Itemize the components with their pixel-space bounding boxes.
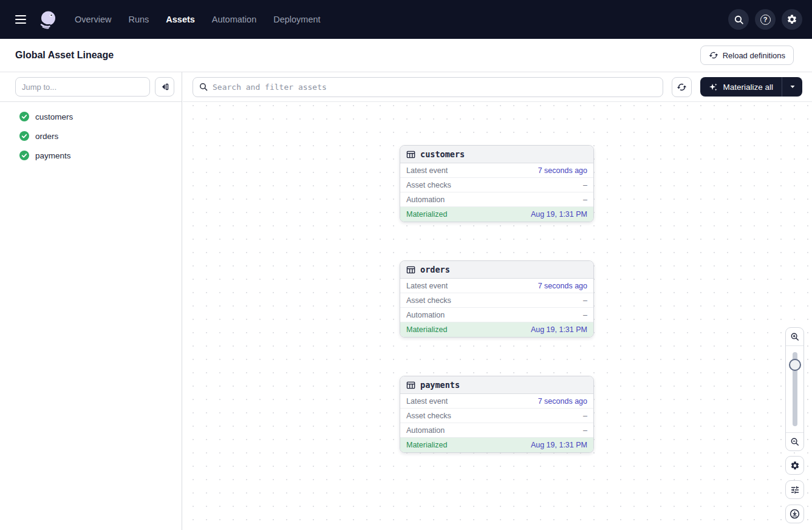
gear-icon[interactable] [782,9,802,30]
node-row-asset-checks: Asset checks – [400,409,593,423]
sidebar-item-payments[interactable]: payments [0,146,182,165]
zoom-in-icon[interactable] [786,328,803,346]
reload-definitions-button[interactable]: Reload definitions [700,46,794,65]
node-row-asset-checks: Asset checks – [400,293,593,308]
global-asset-lineage-page: Overview Runs Assets Automation Deployme… [0,0,812,530]
node-header: payments [400,376,593,394]
lineage-main-panel: Materialize all customers Latest event [183,72,812,530]
node-title: payments [420,380,460,390]
asset-name: orders [35,132,58,141]
green-check-icon [19,131,29,141]
download-view-icon[interactable] [785,505,804,523]
materialize-all-group: Materialize all [700,77,802,97]
hamburger-menu-icon[interactable] [10,9,31,30]
asset-node-customers[interactable]: customers Latest event 7 seconds ago Ass… [400,145,594,222]
table-grid-icon [406,265,415,274]
reload-icon [709,50,718,60]
lineage-toolbar: Materialize all [183,72,812,102]
node-row-automation: Automation – [400,308,593,322]
zoom-controls [785,327,804,451]
latest-event-link[interactable]: 7 seconds ago [538,282,587,290]
asset-name: customers [35,112,73,121]
table-grid-icon [406,150,415,159]
materialized-timestamp-link[interactable]: Aug 19, 1:31 PM [531,325,587,334]
zoom-slider[interactable] [786,346,803,432]
node-status-materialized: Materialized Aug 19, 1:31 PM [400,322,593,337]
navbar-actions: ? [728,9,802,30]
help-icon[interactable]: ? [755,9,776,30]
latest-event-link[interactable]: 7 seconds ago [538,166,587,175]
nav-item-assets[interactable]: Assets [166,15,195,24]
node-header: orders [400,261,593,279]
node-row-latest-event: Latest event 7 seconds ago [400,279,593,293]
search-assets-input[interactable] [193,77,663,97]
reload-definitions-label: Reload definitions [723,51,785,60]
asset-list: customers orders payments [0,102,182,165]
sidebar-item-customers[interactable]: customers [0,107,182,126]
node-row-latest-event: Latest event 7 seconds ago [400,394,593,409]
latest-event-link[interactable]: 7 seconds ago [538,397,587,406]
nav-item-runs[interactable]: Runs [128,15,149,24]
green-check-icon [19,151,29,160]
node-row-asset-checks: Asset checks – [400,178,593,192]
filter-sliders-icon[interactable] [785,480,804,499]
node-status-materialized: Materialized Aug 19, 1:31 PM [400,438,593,452]
asset-node-orders[interactable]: orders Latest event 7 seconds ago Asset … [400,260,594,338]
node-row-automation: Automation – [400,423,593,438]
page-title: Global Asset Lineage [15,50,114,61]
materialized-timestamp-link[interactable]: Aug 19, 1:31 PM [531,210,587,219]
materialize-dropdown-caret-icon[interactable] [782,77,802,97]
node-title: orders [420,265,450,274]
node-header: customers [400,146,593,163]
page-header: Global Asset Lineage Reload definitions [0,39,812,72]
node-row-latest-event: Latest event 7 seconds ago [400,163,593,178]
dagster-logo-icon[interactable] [38,9,58,30]
lineage-canvas[interactable]: customers Latest event 7 seconds ago Ass… [183,103,812,530]
search-icon[interactable] [728,9,749,30]
main-nav: Overview Runs Assets Automation Deployme… [75,15,321,24]
graph-settings-gear-icon[interactable] [785,456,804,475]
sidebar-toolbar [0,72,182,102]
node-status-materialized: Materialized Aug 19, 1:31 PM [400,207,593,222]
asset-node-payments[interactable]: payments Latest event 7 seconds ago Asse… [400,376,594,453]
nav-item-overview[interactable]: Overview [75,15,111,24]
nav-item-deployment[interactable]: Deployment [273,15,320,24]
jump-to-input[interactable] [15,77,150,97]
node-title: customers [420,149,465,159]
asset-sidebar: customers orders payments [0,72,182,530]
asset-name: payments [35,151,71,160]
materialized-timestamp-link[interactable]: Aug 19, 1:31 PM [531,441,587,449]
table-grid-icon [406,381,415,390]
sparkle-icon [709,83,718,92]
asset-search [193,77,663,97]
sidebar-item-orders[interactable]: orders [0,126,182,146]
top-navbar: Overview Runs Assets Automation Deployme… [0,0,812,39]
green-check-icon [19,112,29,121]
zoom-slider-handle[interactable] [789,359,801,371]
search-icon [199,82,208,92]
collapse-panel-icon[interactable] [155,77,174,97]
refresh-icon[interactable] [672,77,692,97]
nav-item-automation[interactable]: Automation [212,15,256,24]
zoom-out-icon[interactable] [786,432,803,450]
materialize-all-label: Materialize all [723,83,773,92]
materialize-all-button[interactable]: Materialize all [700,77,782,97]
node-row-automation: Automation – [400,192,593,207]
